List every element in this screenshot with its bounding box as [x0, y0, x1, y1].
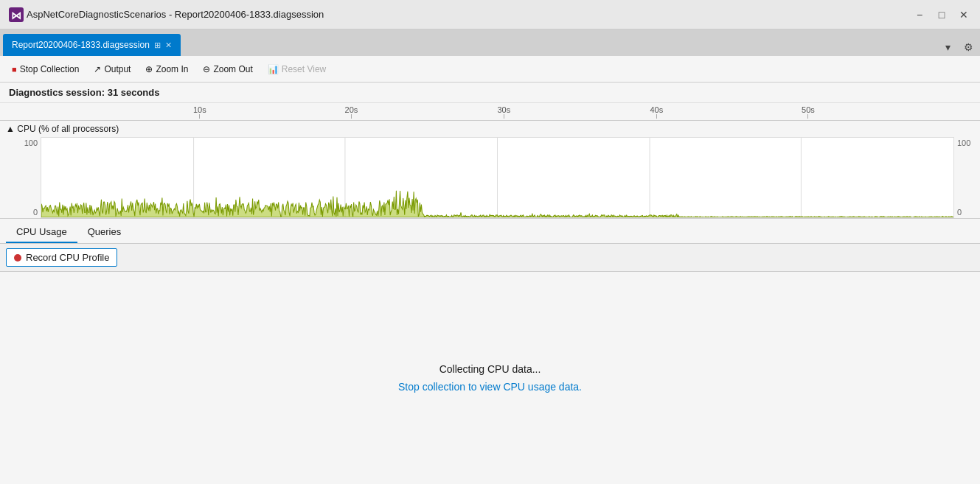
tab-close-icon[interactable]: ✕	[165, 41, 172, 50]
collecting-text: Collecting CPU data...	[439, 363, 541, 375]
chart-y-axis-right: 100 0	[954, 137, 980, 218]
output-icon: ↗	[94, 64, 101, 74]
chart-section: ▲ CPU (% of all processors) 100 0 100 0	[0, 121, 980, 219]
output-label: Output	[104, 64, 131, 74]
tab-bar: Report20200406-1833.diagsession ⊞ ✕ ▾ ⚙	[0, 29, 980, 56]
diag-header: Diagnostics session: 31 seconds	[0, 83, 980, 103]
panel-toolbar: Record CPU Profile	[0, 244, 980, 272]
stop-collection-label: Stop Collection	[20, 64, 80, 74]
time-tick: 30s	[498, 105, 511, 119]
chart-header: ▲ CPU (% of all processors)	[0, 121, 980, 137]
tab-bar-right: ▾ ⚙	[939, 38, 980, 56]
stop-collection-button[interactable]: ■ Stop Collection	[6, 60, 85, 79]
toolbar: ■ Stop Collection ↗ Output ⊕ Zoom In ⊖ Z…	[0, 56, 980, 83]
panel-main: Collecting CPU data... Stop collection t…	[0, 272, 980, 484]
chart-y-max-right: 100	[957, 138, 970, 147]
diag-session-text: Diagnostics session: 31 seconds	[9, 87, 159, 98]
maximize-button[interactable]: □	[931, 4, 952, 25]
chart-plot	[41, 137, 954, 218]
zoom-in-button[interactable]: ⊕ Zoom In	[139, 60, 194, 79]
stop-collection-link[interactable]: Stop collection to view CPU usage data.	[398, 381, 582, 393]
panel-content: Record CPU Profile Collecting CPU data..…	[0, 244, 980, 484]
zoom-in-icon: ⊕	[145, 64, 153, 74]
zoom-in-label: Zoom In	[156, 64, 188, 74]
output-button[interactable]: ↗ Output	[88, 60, 136, 79]
bottom-panel: CPU Usage Queries Record CPU Profile Col…	[0, 219, 980, 484]
minimize-button[interactable]: −	[909, 4, 930, 25]
tab-label: Report20200406-1833.diagsession	[12, 40, 150, 50]
tab-dropdown-button[interactable]: ▾	[939, 38, 956, 56]
record-cpu-profile-button[interactable]: Record CPU Profile	[6, 248, 117, 267]
record-dot-icon	[14, 254, 21, 262]
chart-container: 100 0 100 0	[0, 137, 980, 218]
window-title: AspNetCoreDiagnosticScenarios - Report20…	[27, 9, 909, 20]
chart-y-min-right: 0	[957, 208, 962, 217]
time-ruler: 10s20s30s40s50s	[0, 103, 980, 121]
zoom-out-button[interactable]: ⊖ Zoom Out	[197, 60, 258, 79]
record-btn-label: Record CPU Profile	[26, 252, 109, 263]
close-button[interactable]: ✕	[953, 4, 974, 25]
zoom-out-label: Zoom Out	[213, 64, 252, 74]
window-controls: − □ ✕	[909, 4, 974, 25]
chart-y-max-left: 100	[24, 138, 38, 147]
chart-title: ▲ CPU (% of all processors)	[6, 124, 119, 134]
panel-tabs: CPU Usage Queries	[0, 219, 980, 244]
tab-queries[interactable]: Queries	[77, 222, 132, 243]
svg-text:⋈: ⋈	[11, 10, 21, 21]
title-bar: ⋈ AspNetCoreDiagnosticScenarios - Report…	[0, 0, 980, 29]
tab-cpu-usage[interactable]: CPU Usage	[6, 222, 77, 243]
main-tab[interactable]: Report20200406-1833.diagsession ⊞ ✕	[3, 34, 181, 56]
tab-pin-icon[interactable]: ⊞	[154, 41, 161, 50]
time-ruler-inner: 10s20s30s40s50s	[41, 102, 954, 119]
time-tick: 10s	[193, 105, 206, 119]
vs-logo: ⋈	[6, 4, 27, 25]
reset-view-icon: 📊	[268, 64, 279, 74]
reset-view-button[interactable]: 📊 Reset View	[262, 60, 332, 79]
reset-view-label: Reset View	[282, 64, 326, 74]
chart-y-min-left: 0	[33, 208, 38, 217]
stop-icon: ■	[12, 65, 17, 74]
chart-y-axis-left: 100 0	[0, 137, 41, 218]
zoom-out-icon: ⊖	[203, 64, 210, 74]
time-tick: 40s	[650, 105, 663, 119]
time-tick: 50s	[802, 105, 815, 119]
tab-settings-button[interactable]: ⚙	[959, 38, 977, 56]
time-tick: 20s	[345, 105, 358, 119]
